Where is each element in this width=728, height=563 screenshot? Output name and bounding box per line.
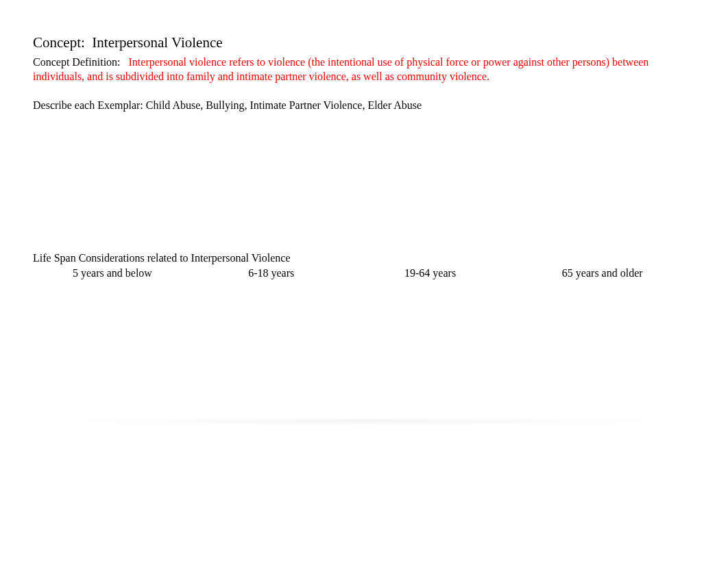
lifespan-col-4: 65 years and older [509, 267, 694, 279]
definition-label: Concept Definition: [33, 56, 121, 68]
exemplar-line: Describe each Exemplar: Child Abuse, Bul… [33, 99, 695, 112]
lifespan-columns: 5 years and below 6-18 years 19-64 years… [33, 267, 695, 279]
lifespan-heading: Life Span Considerations related to Inte… [33, 252, 695, 264]
lifespan-col-3: 19-64 years [351, 267, 510, 279]
concept-definition: Concept Definition: Interpersonal violen… [33, 55, 695, 84]
document-page: Concept: Interpersonal Violence Concept … [0, 0, 728, 279]
page-shadow [22, 421, 706, 423]
definition-text: Interpersonal violence refers to violenc… [33, 56, 648, 82]
lifespan-col-2: 6-18 years [192, 267, 351, 279]
concept-line: Concept: Interpersonal Violence [33, 34, 695, 51]
lifespan-col-1: 5 years and below [33, 267, 192, 279]
concept-title: Interpersonal Violence [92, 34, 222, 51]
concept-label: Concept: [33, 34, 85, 51]
